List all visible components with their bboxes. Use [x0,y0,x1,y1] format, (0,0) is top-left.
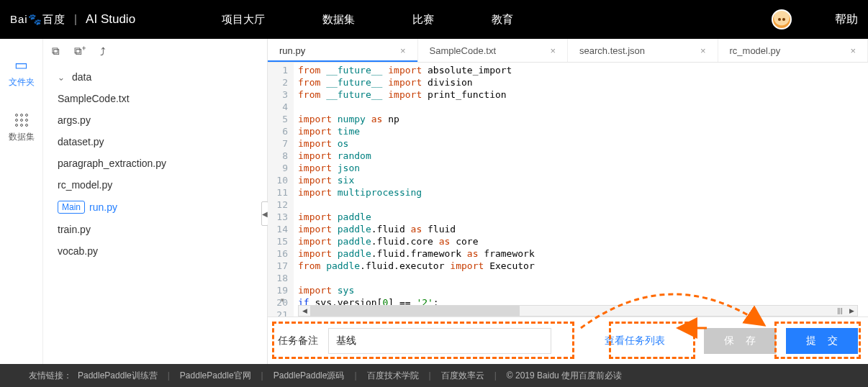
nav-education[interactable]: 教育 [492,13,513,27]
editor-tab[interactable]: search.test.json× [568,39,718,62]
file-row[interactable]: paragraph_extraction.py [43,152,267,174]
code-editor[interactable]: 123456789101112131415161718192021222324 … [268,62,868,317]
file-row[interactable]: SampleCode.txt [43,88,267,109]
avatar[interactable] [772,9,792,29]
folder-icon: ▭ [0,56,42,73]
editor-tab[interactable]: SampleCode.txt× [418,39,569,62]
footer-link[interactable]: 百度效率云 [441,370,484,382]
close-icon[interactable]: × [850,45,856,56]
close-icon[interactable]: × [400,45,406,56]
file-row[interactable]: vocab.py [43,240,267,262]
new-folder-icon[interactable]: ⧉⁺ [74,45,86,58]
close-icon[interactable]: × [550,45,556,56]
scroll-grip-icon[interactable]: ||| [834,306,846,316]
file-row-main[interactable]: Main run.py [43,196,267,219]
footer-link[interactable]: 百度技术学院 [367,370,419,382]
editor-area: ◀ run.py×SampleCode.txt×search.test.json… [268,39,868,364]
editor-tabs: run.py×SampleCode.txt×search.test.json×r… [268,39,868,62]
file-row[interactable]: dataset.py [43,131,267,152]
footer-prefix: 友情链接： [29,370,72,382]
nav-dataset[interactable]: 数据集 [322,13,355,27]
file-row[interactable]: train.py [43,219,267,240]
footer-link[interactable]: PaddlePaddle训练营 [78,370,158,382]
footer-link[interactable]: PaddlePaddle官网 [180,370,251,382]
task-note-input[interactable] [328,328,551,354]
footer-link[interactable]: PaddlePaddle源码 [273,370,345,382]
logo[interactable]: Bai🐾百度 | AI Studio [10,12,135,27]
nav-help[interactable]: 帮助 [835,12,858,27]
nav-project-hall[interactable]: 项目大厅 [222,13,265,27]
code-content[interactable]: from __future__ import absolute_importfr… [294,63,868,317]
rail-files[interactable]: ▭ 文件夹 [0,56,42,88]
left-rail: ▭ 文件夹 数据集 [0,39,43,364]
line-gutter: 123456789101112131415161718192021222324 [268,63,294,317]
editor-tab[interactable]: run.py× [268,39,418,62]
rail-datasets[interactable]: 数据集 [0,109,42,143]
scroll-right-icon[interactable]: ▶ [846,306,857,316]
save-button[interactable]: 保 存 [704,328,776,354]
upload-icon[interactable]: ⤴ [100,45,106,58]
view-task-list-link[interactable]: 查看任务列表 [605,334,665,347]
main-nav: 项目大厅 数据集 比赛 教育 [222,13,513,27]
task-bar: 任务备注 查看任务列表 保 存 提 交 [268,317,868,364]
file-tree: dataSampleCode.txtargs.pydataset.pyparag… [43,63,267,265]
file-toolbar: ⧉ ⧉⁺ ⤴ [43,39,267,63]
file-panel: ⧉ ⧉⁺ ⤴ dataSampleCode.txtargs.pydataset.… [43,39,268,364]
folder-row[interactable]: data [43,66,267,88]
h-scrollbar[interactable]: ◀ ||| ▶ [298,305,858,317]
submit-button[interactable]: 提 交 [786,328,858,354]
footer: 友情链接： PaddlePaddle训练营|PaddlePaddle官网|Pad… [0,364,868,387]
file-row[interactable]: rc_model.py [43,174,267,196]
nav-contest[interactable]: 比赛 [412,13,434,27]
grid-icon [15,114,28,127]
main-badge: Main [58,201,85,214]
top-bar: Bai🐾百度 | AI Studio 项目大厅 数据集 比赛 教育 帮助 [0,0,868,39]
footer-copyright: © 2019 Baidu 使用百度前必读 [507,370,622,382]
scroll-left-icon[interactable]: ◀ [299,306,310,316]
new-file-icon[interactable]: ⧉ [52,45,60,58]
close-icon[interactable]: × [700,45,706,56]
file-row[interactable]: args.py [43,109,267,131]
editor-tab[interactable]: rc_model.py× [718,39,869,62]
fold-marker-icon[interactable]: ▾ [281,296,284,304]
task-label: 任务备注 [278,334,318,347]
